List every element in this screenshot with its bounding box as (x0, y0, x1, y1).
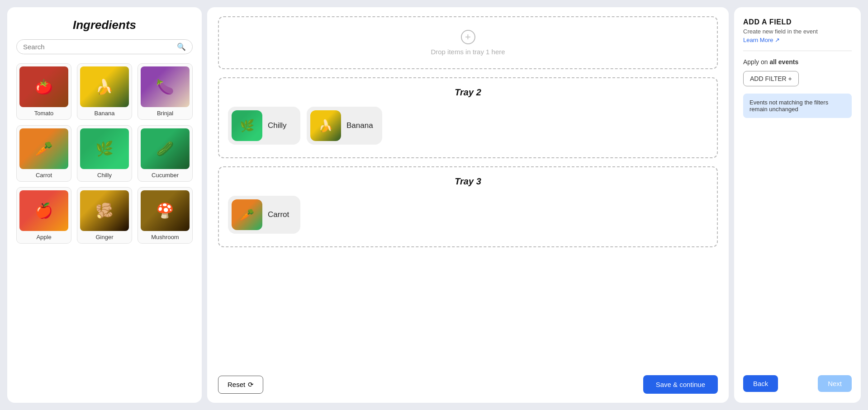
tray2-title: Tray 2 (228, 87, 708, 98)
panel-title: Ingredients (16, 18, 193, 32)
tray1-drop-text: Drop items in tray 1 here (431, 48, 505, 56)
ingredient-item-ginger[interactable]: 🫚 Ginger (77, 187, 132, 244)
ingredient-item-carrot[interactable]: 🥕 Carrot (16, 125, 71, 182)
search-icon: 🔍 (177, 42, 186, 51)
info-box: Events not matching the filters remain u… (743, 94, 852, 118)
tray1-drop-zone[interactable]: + Drop items in tray 1 here (218, 16, 718, 69)
reset-button[interactable]: Reset ⟳ (218, 376, 263, 394)
add-filter-button[interactable]: ADD FILTER + (743, 71, 799, 86)
ingredient-item-cucumber[interactable]: 🥒 Cucumber (138, 125, 193, 182)
ingredient-name-brinjal: Brinjal (157, 110, 173, 117)
add-field-subtitle: Create new field in the event (743, 28, 852, 35)
ingredient-name-banana: Banana (95, 110, 115, 117)
apply-prefix: Apply on (743, 58, 769, 66)
tray-item-chilly[interactable]: 🌿 Chilly (228, 107, 300, 145)
ingredient-item-chilly[interactable]: 🌿 Chilly (77, 125, 132, 182)
ingredient-name-carrot: Carrot (36, 172, 52, 179)
ingredient-grid: 🍅 Tomato 🍌 Banana 🍆 Brinjal 🥕 Carrot 🌿 C… (16, 63, 193, 244)
add-field-title: ADD A FIELD (743, 18, 852, 26)
tray-item-img-carrot: 🥕 (232, 199, 262, 230)
ingredient-name-cucumber: Cucumber (152, 172, 179, 179)
tray-item-name-chilly: Chilly (268, 121, 287, 130)
add-filter-label: ADD FILTER + (750, 75, 792, 82)
ingredient-item-brinjal[interactable]: 🍆 Brinjal (138, 63, 193, 120)
ingredient-img-apple: 🍎 (19, 190, 68, 231)
ingredient-img-tomato: 🍅 (19, 66, 68, 107)
ingredient-img-brinjal: 🍆 (141, 66, 190, 107)
right-footer: Back Next (743, 375, 852, 392)
tray-item-img-banana: 🍌 (310, 110, 341, 141)
reset-icon: ⟳ (248, 381, 254, 389)
apply-bold: all events (769, 58, 798, 66)
tray-item-name-carrot: Carrot (268, 210, 289, 219)
next-label: Next (828, 380, 842, 387)
tray-item-name-banana: Banana (346, 121, 373, 130)
reset-label: Reset (228, 381, 245, 388)
save-continue-button[interactable]: Save & continue (643, 375, 718, 394)
back-button[interactable]: Back (743, 375, 778, 392)
next-button[interactable]: Next (818, 375, 852, 392)
ingredient-item-apple[interactable]: 🍎 Apple (16, 187, 71, 244)
tray-item-carrot[interactable]: 🥕 Carrot (228, 196, 300, 234)
search-input[interactable] (23, 43, 177, 51)
ingredient-name-tomato: Tomato (34, 110, 54, 117)
back-label: Back (753, 380, 768, 387)
ingredient-name-ginger: Ginger (95, 234, 113, 240)
ingredient-img-ginger: 🫚 (80, 190, 129, 231)
learn-more-label: Learn More (743, 37, 773, 43)
tray-item-img-chilly: 🌿 (232, 110, 262, 141)
mid-footer: Reset ⟳ Save & continue (218, 366, 718, 394)
tray3-title: Tray 3 (228, 176, 708, 187)
tray3-section: Tray 3 🥕 Carrot (218, 166, 718, 247)
ingredient-img-banana: 🍌 (80, 66, 129, 107)
tray-item-banana[interactable]: 🍌 Banana (307, 107, 382, 145)
tray2-section: Tray 2 🌿 Chilly 🍌 Banana (218, 77, 718, 158)
ingredient-item-banana[interactable]: 🍌 Banana (77, 63, 132, 120)
tray3-items: 🥕 Carrot (228, 196, 708, 234)
info-text: Events not matching the filters remain u… (749, 99, 828, 113)
ingredient-item-tomato[interactable]: 🍅 Tomato (16, 63, 71, 120)
external-link-icon: ↗ (775, 37, 780, 43)
mid-panel: + Drop items in tray 1 here Tray 2 🌿 Chi… (207, 7, 729, 403)
right-panel: ADD A FIELD Create new field in the even… (734, 7, 861, 403)
save-label: Save & continue (656, 381, 705, 388)
ingredient-item-mushroom[interactable]: 🍄 Mushroom (138, 187, 193, 244)
ingredient-name-apple: Apple (36, 234, 51, 240)
ingredient-img-mushroom: 🍄 (141, 190, 190, 231)
search-box: 🔍 (16, 39, 193, 54)
ingredient-img-cucumber: 🥒 (141, 128, 190, 169)
learn-more-link[interactable]: Learn More ↗ (743, 37, 852, 43)
ingredient-name-chilly: Chilly (97, 172, 112, 179)
ingredient-img-carrot: 🥕 (19, 128, 68, 169)
left-panel: Ingredients 🔍 🍅 Tomato 🍌 Banana 🍆 Brinja… (7, 7, 202, 403)
divider (743, 51, 852, 51)
add-circle-icon: + (461, 30, 475, 44)
apply-label: Apply on all events (743, 58, 852, 66)
ingredient-img-chilly: 🌿 (80, 128, 129, 169)
tray2-items: 🌿 Chilly 🍌 Banana (228, 107, 708, 145)
ingredient-name-mushroom: Mushroom (151, 234, 179, 240)
